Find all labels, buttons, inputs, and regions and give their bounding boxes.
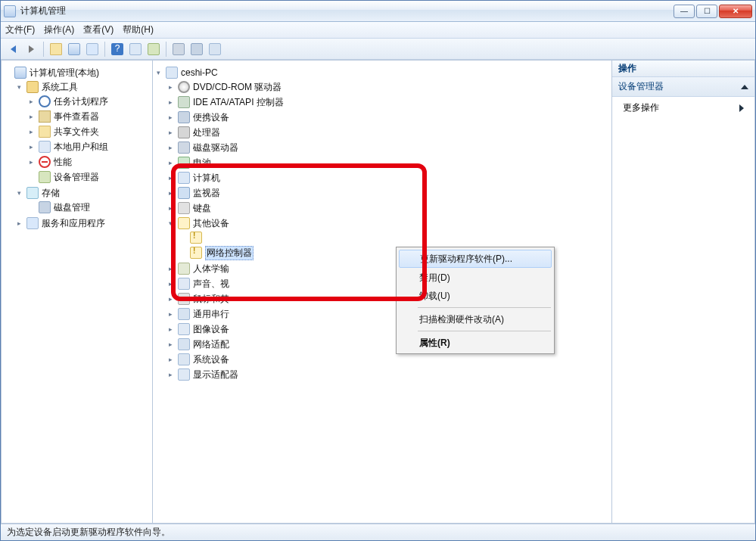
toolbar-button[interactable] xyxy=(127,41,144,58)
cm-scan-hardware[interactable]: 扫描检测硬件改动(A) xyxy=(398,310,552,328)
titlebar: 计算机管理 — ☐ ✕ xyxy=(1,1,755,22)
mouse-icon xyxy=(178,293,190,305)
nav-back-button[interactable] xyxy=(5,41,21,58)
cm-separator xyxy=(418,307,551,308)
menu-action[interactable]: 操作(A) xyxy=(44,23,74,36)
system-icon xyxy=(178,353,190,365)
tree-root[interactable]: 计算机管理(本地) xyxy=(3,66,151,79)
tree-event-viewer[interactable]: 事件查看器 xyxy=(27,110,151,123)
pc-icon xyxy=(129,43,142,55)
nav-forward-button[interactable] xyxy=(23,41,39,58)
collapse-icon xyxy=(741,85,748,89)
monitor-icon xyxy=(178,187,190,199)
dev-system[interactable]: 系统设备 xyxy=(166,353,610,366)
menu-view[interactable]: 查看(V) xyxy=(83,23,114,36)
dev-dvd[interactable]: DVD/CD-ROM 驱动器 xyxy=(166,80,610,94)
show-hide-tree-button[interactable] xyxy=(66,41,82,58)
hid-icon xyxy=(178,263,190,275)
usb-icon xyxy=(178,308,190,320)
dev-display[interactable]: 显示适配器 xyxy=(166,368,610,381)
app-icon xyxy=(4,5,16,17)
dev-other[interactable]: 其他设备 xyxy=(166,216,610,230)
folder-icon xyxy=(39,126,51,138)
window-title: 计算机管理 xyxy=(20,5,674,17)
properties-button[interactable] xyxy=(84,41,101,58)
clock-icon xyxy=(39,95,51,107)
center-tree[interactable]: ceshi-PC DVD/CD-ROM 驱动器 IDE ATA/ATAPI 控制… xyxy=(153,61,612,523)
other-icon xyxy=(178,217,190,229)
status-text: 为选定设备启动更新驱动程序软件向导。 xyxy=(7,526,170,539)
dev-ide[interactable]: IDE ATA/ATAPI 控制器 xyxy=(166,95,610,109)
device-root[interactable]: ceshi-PC xyxy=(154,66,610,79)
cd-icon xyxy=(178,81,190,93)
chevron-right-icon xyxy=(739,104,744,112)
dev-other-unknown[interactable] xyxy=(179,231,610,244)
cpu-icon xyxy=(178,126,190,138)
actions-section[interactable]: 设备管理器 xyxy=(612,77,754,97)
toolbar-button[interactable] xyxy=(188,41,205,58)
minimize-button[interactable]: — xyxy=(674,5,695,18)
left-tree[interactable]: 计算机管理(本地) 系统工具 任务计划程序 事件查看器 共享文件夹 本地用户和组… xyxy=(2,61,153,523)
imaging-icon xyxy=(178,323,190,335)
cm-uninstall[interactable]: 卸载(U) xyxy=(398,287,552,305)
dev-computer[interactable]: 计算机 xyxy=(166,171,610,185)
tree-device-manager[interactable]: 设备管理器 xyxy=(27,170,151,184)
menu-help[interactable]: 帮助(H) xyxy=(123,23,154,36)
tree-storage[interactable]: 存储 xyxy=(15,186,151,200)
actions-more[interactable]: 更多操作 xyxy=(612,97,754,119)
toolbar-button[interactable] xyxy=(145,41,162,58)
cm-update-driver[interactable]: 更新驱动程序软件(P)... xyxy=(399,250,552,268)
properties-icon xyxy=(86,43,98,55)
dev-portable[interactable]: 便携设备 xyxy=(166,110,610,124)
help-icon: ? xyxy=(111,43,123,55)
disk-icon xyxy=(39,201,51,213)
storage-icon xyxy=(26,187,39,199)
toolbar-separator xyxy=(104,42,105,57)
sound-icon xyxy=(178,278,190,290)
tree-disk-mgmt[interactable]: 磁盘管理 xyxy=(27,201,151,214)
menu-file[interactable]: 文件(F) xyxy=(5,23,35,36)
toolbar-button[interactable] xyxy=(170,41,187,58)
net-icon xyxy=(178,338,190,350)
pc-icon xyxy=(178,172,190,184)
folder-up-icon xyxy=(50,43,62,55)
dev-battery[interactable]: 电池 xyxy=(166,156,610,169)
cm-disable[interactable]: 禁用(D) xyxy=(398,269,552,287)
dev-keyboard[interactable]: 键盘 xyxy=(166,201,610,215)
warn-icon xyxy=(190,232,202,244)
window-buttons: — ☐ ✕ xyxy=(674,5,752,18)
app-window: 计算机管理 — ☐ ✕ 文件(F) 操作(A) 查看(V) 帮助(H) ? xyxy=(0,0,756,541)
menubar: 文件(F) 操作(A) 查看(V) 帮助(H) xyxy=(1,22,755,39)
pc-icon xyxy=(166,67,178,79)
body: 计算机管理(本地) 系统工具 任务计划程序 事件查看器 共享文件夹 本地用户和组… xyxy=(1,60,755,524)
net-icon xyxy=(209,43,221,55)
tree-shared-folders[interactable]: 共享文件夹 xyxy=(27,125,151,138)
warn-icon xyxy=(190,247,202,259)
toolbar-button[interactable] xyxy=(207,41,223,58)
tree-task-scheduler[interactable]: 任务计划程序 xyxy=(27,95,151,108)
up-button[interactable] xyxy=(48,41,64,58)
cm-properties[interactable]: 属性(R) xyxy=(398,334,552,352)
tree-system-tools[interactable]: 系统工具 xyxy=(15,80,151,94)
actions-pane: 操作 设备管理器 更多操作 xyxy=(612,61,754,523)
close-button[interactable]: ✕ xyxy=(719,5,752,18)
tree-local-users[interactable]: 本地用户和组 xyxy=(27,140,151,154)
hdd-icon xyxy=(173,43,185,55)
display-icon xyxy=(178,368,190,381)
tree-services-apps[interactable]: 服务和应用程序 xyxy=(15,216,151,230)
maximize-button[interactable]: ☐ xyxy=(696,5,717,18)
dev-disk-drives[interactable]: 磁盘驱动器 xyxy=(166,141,610,154)
cm-separator xyxy=(418,331,551,331)
event-icon xyxy=(39,110,51,123)
help-button[interactable]: ? xyxy=(109,41,126,58)
services-icon xyxy=(26,217,39,229)
tools-icon xyxy=(26,81,39,93)
dev-monitor[interactable]: 监视器 xyxy=(166,186,610,200)
tree-performance[interactable]: 性能 xyxy=(27,155,151,169)
keyboard-icon xyxy=(178,202,190,214)
hdd-icon xyxy=(178,141,190,154)
ide-icon xyxy=(178,96,190,108)
portable-icon xyxy=(178,111,190,123)
dev-cpu[interactable]: 处理器 xyxy=(166,126,610,139)
context-menu: 更新驱动程序软件(P)... 禁用(D) 卸载(U) 扫描检测硬件改动(A) 属… xyxy=(396,247,555,354)
